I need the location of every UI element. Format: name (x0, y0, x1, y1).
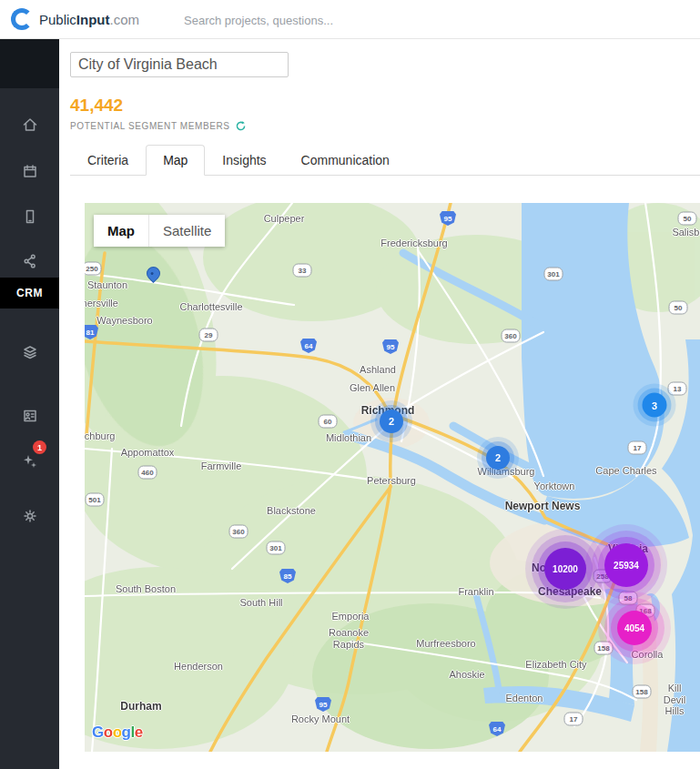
map-city-label: Yorktown (534, 481, 575, 492)
us-route-shield: 501 (86, 493, 105, 507)
map-city-label: Rocky Mount (291, 713, 350, 725)
us-route-shield: 250 (85, 262, 102, 276)
map-cluster-marker[interactable]: 4054 (617, 611, 652, 645)
us-route-shield: 29 (199, 329, 218, 342)
map-city-label: Roanoke Rapids (329, 627, 369, 650)
map-city-label: Glen Allen (350, 382, 395, 394)
notification-badge: 1 (33, 440, 46, 454)
tab-criteria[interactable]: Criteria (70, 145, 146, 176)
map-view-button[interactable]: Map (94, 215, 148, 247)
map-city-label: Petersburg (367, 475, 416, 487)
sidebar-item-sparkles[interactable]: 1 (0, 446, 59, 477)
map-city-label: Ashland (360, 364, 396, 376)
sidebar-item-share[interactable] (0, 246, 59, 277)
map-city-label: Staunton (87, 279, 127, 291)
satellite-view-button[interactable]: Satellite (148, 215, 225, 247)
map-city-label: Waynesboro (96, 315, 152, 327)
map-city-label: Elizabeth City (525, 659, 586, 671)
map-type-control: Map Satellite (94, 215, 225, 247)
us-route-shield: 158 (633, 685, 652, 699)
home-icon (22, 116, 38, 133)
app-root: PublicInput.com CRM1 41,442 POTENTIAL SE… (0, 0, 700, 769)
sidebar-item-home[interactable] (0, 109, 59, 140)
sidebar-item-calendar[interactable] (0, 156, 59, 187)
map-city-label: shersville (85, 298, 118, 309)
map-city-label: Fredericksburg (380, 238, 447, 249)
map-city-label: Murfreesboro (416, 638, 475, 650)
us-route-shield: 33 (293, 264, 312, 278)
map-city-label: Midlothian (326, 432, 371, 444)
us-route-shield: 460 (138, 466, 157, 480)
us-route-shield: 50 (669, 301, 688, 315)
sparkles-icon (22, 453, 38, 470)
map-city-label: South Hill (239, 597, 282, 609)
calendar-icon (22, 163, 38, 179)
sidebar-item-crm[interactable]: CRM (0, 278, 59, 309)
sidebar-item-collection[interactable] (0, 337, 59, 368)
publicinput-logo-text: PublicInput.com (39, 12, 139, 27)
map-city-label: South Boston (116, 583, 176, 595)
device-icon (22, 208, 38, 225)
us-route-shield: 301 (267, 541, 286, 555)
map-city-label: Blackstone (267, 505, 316, 517)
tab-insights[interactable]: Insights (205, 145, 283, 176)
map-city-label: Durham (120, 701, 161, 713)
map-city-label: Edenton (506, 693, 543, 704)
publicinput-logo-icon (11, 8, 33, 30)
us-route-shield: 17 (564, 713, 583, 726)
map-cluster-marker[interactable]: 2 (380, 410, 403, 433)
map-city-label: Lynchburg (85, 430, 115, 442)
contact-icon (22, 408, 38, 424)
us-route-shield: 60 (319, 415, 338, 429)
global-search-input[interactable] (182, 9, 422, 31)
us-route-shield: 158 (594, 642, 614, 655)
tab-map[interactable]: Map (146, 145, 205, 176)
map-cluster-marker[interactable]: 25934 (604, 543, 648, 587)
map-cluster-marker[interactable]: 3 (643, 393, 667, 418)
us-route-shield: 50 (678, 212, 697, 226)
us-route-shield: 301 (544, 268, 563, 281)
collection-icon (22, 344, 38, 360)
map-city-label: Culpeper (264, 213, 305, 225)
gear-icon (22, 508, 38, 524)
refresh-icon[interactable] (235, 120, 247, 132)
map-city-label: Ahoskie (449, 669, 484, 681)
map-cluster-marker[interactable]: 2 (486, 446, 510, 470)
map-city-label: Henderson (174, 661, 223, 673)
segment-count: 41,442 (70, 96, 123, 116)
us-route-shield: 13 (668, 382, 687, 396)
sidebar-item-device[interactable] (0, 201, 59, 232)
us-route-shield: 360 (229, 525, 249, 539)
map-city-label: Kill Devil Hills (662, 683, 687, 717)
sidebar: CRM1 (0, 38, 59, 769)
publicinput-logo[interactable]: PublicInput.com (11, 8, 139, 30)
map-city-label: Emporia (332, 611, 370, 622)
segment-count-label-row: POTENTIAL SEGMENT MEMBERS (70, 120, 247, 132)
google-logo[interactable]: Google (92, 723, 143, 742)
map-city-label: Charlottesville (179, 301, 242, 313)
us-route-shield: 360 (502, 329, 521, 343)
map-city-label: Farmville (201, 460, 242, 472)
sidebar-top-block (0, 38, 59, 88)
map-cluster-marker[interactable]: 10200 (544, 548, 586, 590)
top-header: PublicInput.com (0, 0, 700, 39)
us-route-shield: 58 (619, 592, 638, 605)
us-route-shield: 17 (628, 441, 647, 455)
map-city-label: Corolla (632, 649, 664, 661)
tab-communication[interactable]: Communication (284, 145, 407, 176)
map-city-label: Franklin (458, 586, 493, 598)
map-city-label: Appomattox (121, 447, 175, 459)
map-canvas[interactable]: Map Satellite Google CulpeperFredericksb… (85, 203, 700, 752)
tab-bar: CriteriaMapInsightsCommunication (70, 144, 700, 176)
share-icon (22, 253, 38, 269)
map-city-label: Williamsburg (478, 466, 535, 478)
sidebar-item-gear[interactable] (0, 501, 59, 531)
segment-count-label: POTENTIAL SEGMENT MEMBERS (70, 121, 230, 131)
sidebar-item-contact[interactable] (0, 400, 59, 431)
map-city-label: Cape Charles (595, 465, 656, 477)
map-city-label: Salisbury (672, 227, 700, 238)
map-city-label: Newport News (505, 501, 581, 513)
segment-name-input[interactable] (70, 52, 289, 77)
